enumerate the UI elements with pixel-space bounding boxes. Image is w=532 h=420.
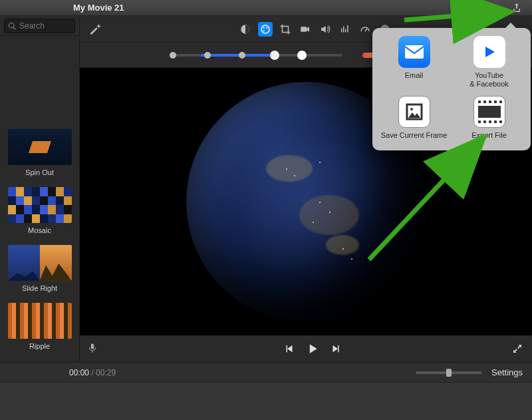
svg-point-3 [263, 27, 265, 28]
settings-button[interactable]: Settings [491, 367, 523, 377]
share-label: Email [405, 71, 424, 80]
svg-point-0 [9, 23, 15, 29]
speedometer-icon[interactable] [358, 22, 372, 37]
timecode: 00:00 / 00:29 [69, 368, 116, 377]
playback-bar [80, 335, 532, 362]
picture-frame-icon [398, 96, 430, 128]
transition-label: Mosaic [28, 226, 51, 234]
timeline-track[interactable] [0, 382, 532, 420]
transition-label: Spin Out [25, 168, 54, 176]
share-export-file-button[interactable]: Export File [452, 96, 527, 145]
color-palette-icon[interactable] [258, 22, 273, 37]
svg-point-5 [263, 30, 265, 31]
search-icon [8, 22, 16, 30]
skip-forward-icon[interactable] [330, 343, 342, 355]
window-titlebar: My Movie 21 [0, 0, 532, 16]
audio-eq-icon[interactable] [338, 22, 352, 37]
play-icon[interactable] [306, 342, 319, 355]
microphone-icon[interactable] [86, 342, 100, 355]
timeline-status-bar: 00:00 / 00:29 Settings [0, 362, 532, 382]
filmstrip-icon [473, 96, 505, 128]
mail-icon [398, 36, 430, 68]
magic-wand-icon[interactable] [88, 21, 104, 37]
contrast-icon[interactable] [238, 22, 253, 37]
share-label: YouTube & Facebook [469, 71, 509, 88]
svg-rect-8 [343, 26, 344, 32]
youtube-play-icon [473, 36, 505, 68]
crop-icon[interactable] [278, 22, 293, 37]
timeline-zoom-slider[interactable] [416, 371, 482, 374]
share-youtube-button[interactable]: YouTube & Facebook [452, 36, 527, 93]
share-email-button[interactable]: Email [376, 36, 452, 93]
svg-rect-13 [91, 343, 94, 349]
svg-rect-6 [301, 27, 307, 32]
skip-back-icon[interactable] [283, 343, 295, 355]
svg-rect-14 [405, 45, 424, 59]
time-current: 00:00 [69, 368, 89, 377]
levels-slider[interactable] [170, 48, 342, 63]
transition-label: Ripple [29, 342, 50, 350]
svg-rect-10 [347, 25, 348, 33]
transition-item-spin-out[interactable]: Spin Out [8, 129, 71, 176]
share-label: Save Current Frame [381, 131, 448, 140]
svg-rect-9 [345, 29, 346, 33]
transition-label: Slide Right [22, 284, 57, 292]
svg-rect-7 [341, 28, 342, 32]
transition-item-slide-right[interactable]: Slide Right [8, 245, 71, 292]
transitions-sidebar: Spin Out Mosaic Slide Right [0, 16, 80, 362]
svg-point-4 [266, 27, 267, 28]
transition-item-mosaic[interactable]: Mosaic [8, 187, 71, 234]
share-icon[interactable] [511, 3, 522, 13]
time-duration: 00:29 [96, 368, 116, 377]
share-label: Export File [471, 131, 507, 140]
share-popover: Email YouTube & Facebook Save Current Fr… [372, 28, 531, 150]
svg-point-16 [410, 108, 413, 110]
project-title: My Movie 21 [73, 3, 124, 13]
video-camera-icon[interactable] [298, 22, 313, 37]
transition-item-ripple[interactable]: Ripple [8, 303, 71, 350]
share-save-frame-button[interactable]: Save Current Frame [376, 96, 452, 145]
svg-point-2 [261, 25, 269, 33]
sidebar-spacer [0, 36, 79, 122]
audio-volume-icon[interactable] [318, 22, 332, 37]
expand-diagonal-icon[interactable] [512, 343, 523, 354]
